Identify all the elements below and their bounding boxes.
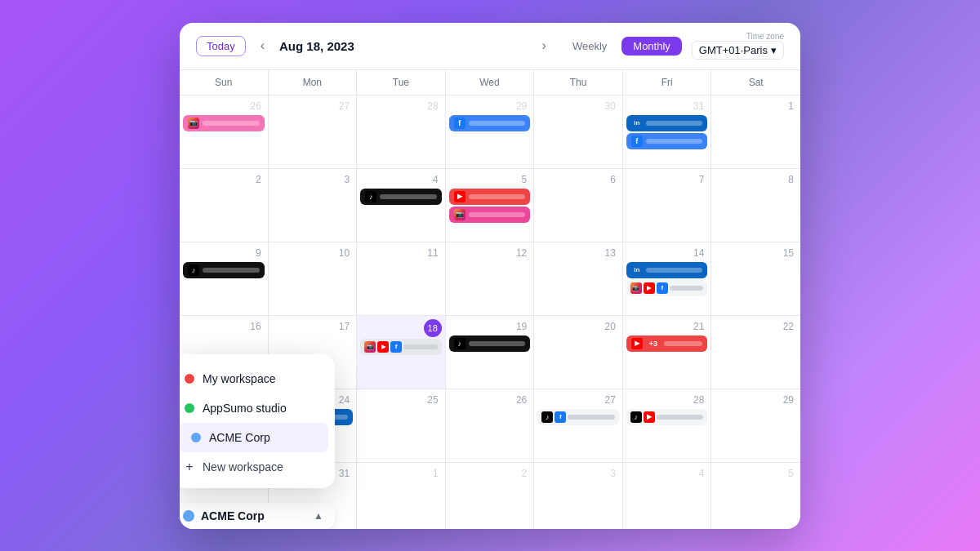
cell-number: 22 (715, 319, 797, 334)
event-text-bar (646, 139, 703, 144)
cell-3[interactable]: 3 (269, 169, 358, 242)
cell-4-next[interactable]: 4 (623, 463, 712, 529)
cell-19[interactable]: 19 ♪ (446, 316, 535, 389)
cell-number: 19 (449, 319, 531, 334)
cell-8[interactable]: 8 (711, 169, 800, 242)
cell-5-next[interactable]: 5 (711, 463, 800, 529)
cell-number: 17 (272, 319, 354, 334)
new-workspace-item[interactable]: + New workspace (180, 452, 335, 482)
cell-28[interactable]: 28 ♪ ▶ (623, 389, 712, 463)
cell-22[interactable]: 22 (711, 316, 800, 389)
monthly-view-button[interactable]: Monthly (621, 37, 682, 56)
event-bar[interactable]: 📷 (449, 207, 531, 223)
event-bar[interactable]: ▶ (449, 189, 531, 205)
prev-arrow[interactable]: ‹ (256, 37, 270, 55)
calendar-container: Today ‹ Aug 18, 2023 › Weekly Monthly Ti… (180, 23, 800, 529)
cell-14[interactable]: 14 in 📷 ▶ f (623, 242, 712, 316)
chevron-up-icon: ▲ (314, 510, 323, 522)
timezone-chevron-icon: ▾ (771, 44, 777, 56)
cell-number: 1 (715, 99, 797, 113)
cell-27b[interactable]: 27 ♪ f (534, 389, 623, 463)
cell-15[interactable]: 15 (711, 242, 800, 316)
multi-event-bar[interactable]: 📷 ▶ f (360, 339, 442, 355)
cell-29[interactable]: 29 f (446, 96, 535, 169)
cell-20[interactable]: 20 (534, 316, 623, 389)
cell-27[interactable]: 27 (269, 96, 358, 169)
multi-event-bar[interactable]: ♪ f (537, 409, 619, 425)
cell-6[interactable]: 6 (534, 169, 623, 242)
timezone-label: Time zone (746, 33, 784, 41)
workspace-item-my[interactable]: My workspace (180, 364, 335, 393)
cell-26[interactable]: 26 📷 (180, 96, 269, 169)
cell-number: 3 (272, 172, 354, 187)
multi-event-bar[interactable]: 📷 ▶ f (626, 280, 708, 296)
weekly-view-button[interactable]: Weekly (561, 37, 618, 56)
event-bar[interactable]: ♪ (449, 335, 531, 352)
event-text-bar (670, 286, 704, 291)
tiktok-icon: ♪ (541, 411, 553, 423)
event-bar[interactable]: ♪ (360, 189, 442, 205)
event-text-bar (203, 121, 260, 126)
today-button[interactable]: Today (196, 36, 246, 56)
event-bar[interactable]: f (626, 133, 708, 149)
event-bar[interactable]: ▶ +3 (626, 335, 708, 352)
cell-number: 10 (272, 246, 354, 260)
facebook-icon: f (390, 341, 402, 353)
linkedin-icon: in (631, 118, 643, 129)
event-text-bar (469, 212, 526, 217)
cell-2-next[interactable]: 2 (446, 463, 535, 529)
workspace-dot (185, 374, 194, 384)
cell-10[interactable]: 10 (269, 242, 358, 316)
multi-event-bar[interactable]: ♪ ▶ (626, 409, 708, 425)
event-bar[interactable]: f (449, 115, 531, 131)
cell-21[interactable]: 21 ▶ +3 (623, 316, 712, 389)
event-bar[interactable]: 📷 (183, 115, 265, 131)
cell-1-next[interactable]: 1 (357, 463, 446, 529)
workspace-item-acme[interactable]: ACME Corp (180, 423, 328, 452)
cell-25[interactable]: 25 (357, 389, 446, 463)
timezone-group: Time zone GMT+01·Paris ▾ (692, 33, 784, 60)
cell-28[interactable]: 28 (357, 96, 446, 169)
cell-26b[interactable]: 26 (446, 389, 535, 463)
cell-number: 15 (715, 246, 797, 260)
event-bar[interactable]: in (626, 262, 708, 278)
next-arrow[interactable]: › (537, 37, 551, 55)
day-fri: Fri (623, 70, 712, 96)
event-bar[interactable]: in (626, 115, 708, 131)
plus-icon: + (185, 462, 194, 472)
cell-7[interactable]: 7 (623, 169, 712, 242)
cell-number: 28 (626, 393, 708, 407)
cell-13[interactable]: 13 (534, 242, 623, 316)
cell-number-today: 18 (424, 319, 442, 337)
cell-4[interactable]: 4 ♪ (357, 169, 446, 242)
cell-number: 4 (360, 172, 442, 187)
workspace-item-appsumo[interactable]: AppSumo studio (180, 393, 335, 423)
cell-1[interactable]: 1 (711, 96, 800, 169)
timezone-select[interactable]: GMT+01·Paris ▾ (692, 41, 784, 60)
cell-9[interactable]: 9 ♪ (180, 242, 269, 316)
workspace-trigger[interactable]: ACME Corp ▲ (180, 503, 335, 529)
instagram-icon: 📷 (454, 209, 466, 220)
cell-30[interactable]: 30 (534, 96, 623, 169)
cell-number: 1 (360, 466, 442, 481)
cell-12[interactable]: 12 (446, 242, 535, 316)
cell-3-next[interactable]: 3 (534, 463, 623, 529)
cell-2[interactable]: 2 (180, 169, 269, 242)
cell-29[interactable]: 29 (711, 389, 800, 463)
cell-31[interactable]: 31 in f (623, 96, 712, 169)
youtube-icon: ▶ (631, 338, 643, 349)
day-sun: Sun (180, 70, 269, 96)
workspace-dropdown: My workspace AppSumo studio ACME Corp + … (180, 354, 335, 488)
cell-number: 5 (449, 172, 531, 187)
event-text-bar (664, 341, 702, 346)
date-label: Aug 18, 2023 (279, 39, 528, 53)
cell-18-today[interactable]: 18 📷 ▶ f (357, 316, 446, 389)
event-text-bar (657, 415, 704, 420)
event-bar[interactable]: ♪ (183, 262, 265, 278)
day-headers: Sun Mon Tue Wed Thu Fri Sat (180, 70, 800, 96)
cell-5[interactable]: 5 ▶ 📷 (446, 169, 535, 242)
cell-11[interactable]: 11 (357, 242, 446, 316)
new-workspace-label: New workspace (203, 460, 283, 473)
event-text-bar (469, 194, 526, 199)
instagram-icon: 📷 (188, 118, 199, 129)
